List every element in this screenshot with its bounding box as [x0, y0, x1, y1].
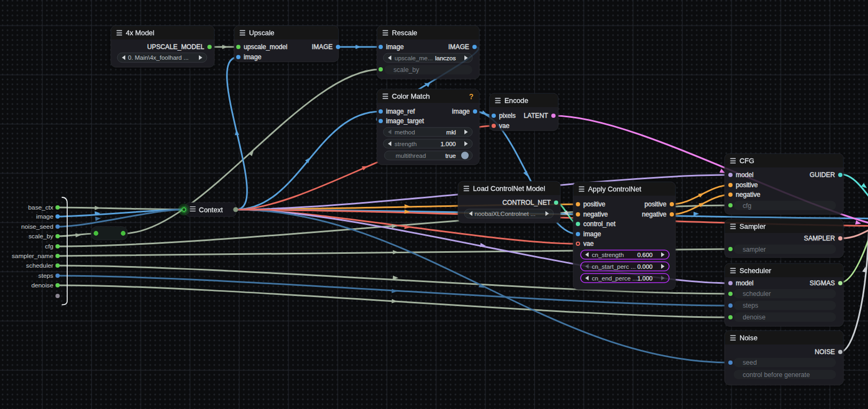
svg-text:GUIDER: GUIDER	[810, 171, 835, 179]
svg-text:LATENT: LATENT	[524, 112, 548, 119]
svg-text:scale_by: scale_by	[393, 66, 420, 74]
svg-text:image: image	[386, 43, 404, 51]
svg-text:pixels: pixels	[499, 112, 516, 119]
svg-text:denoise: denoise	[31, 282, 54, 289]
svg-text:1.000: 1.000	[440, 141, 456, 147]
svg-text:steps: steps	[743, 302, 758, 309]
svg-text:scheduler: scheduler	[26, 262, 53, 269]
svg-text:4x Model: 4x Model	[126, 29, 155, 37]
svg-text:Scheduler: Scheduler	[740, 267, 771, 275]
svg-text:denoise: denoise	[743, 314, 766, 321]
svg-text:positive: positive	[645, 201, 667, 208]
svg-text:image: image	[244, 53, 261, 61]
svg-text:SIGMAS: SIGMAS	[810, 279, 835, 287]
svg-text:image_ref: image_ref	[386, 108, 415, 115]
svg-text:sampler_name: sampler_name	[12, 252, 53, 260]
svg-text:cfg: cfg	[45, 243, 53, 250]
svg-text:control before generate: control before generate	[743, 371, 810, 379]
svg-text:true: true	[445, 153, 456, 159]
svg-text:image_target: image_target	[386, 117, 424, 125]
svg-text:positive: positive	[736, 181, 758, 189]
svg-text:method: method	[395, 129, 415, 135]
svg-text:negative: negative	[642, 211, 666, 218]
svg-text:multithread: multithread	[396, 153, 426, 159]
svg-text:Color Match: Color Match	[392, 92, 430, 100]
svg-text:negative: negative	[736, 191, 760, 198]
svg-text:vae: vae	[583, 240, 594, 247]
svg-text:0. Main\4x_foolhard ...: 0. Main\4x_foolhard ...	[128, 54, 189, 61]
svg-text:sampler: sampler	[743, 246, 766, 253]
svg-text:NOISE: NOISE	[815, 348, 835, 356]
svg-text:Context: Context	[199, 206, 223, 214]
svg-text:UPSCALE_MODEL: UPSCALE_MODEL	[147, 43, 204, 51]
svg-text:seed: seed	[743, 359, 757, 366]
svg-text:Apply ControlNet: Apply ControlNet	[588, 185, 641, 193]
svg-text:noise_seed: noise_seed	[21, 223, 53, 230]
svg-text:image: image	[36, 213, 54, 220]
svg-text:image: image	[452, 108, 470, 115]
svg-text:upscale_model: upscale_model	[244, 43, 287, 51]
svg-text:positive: positive	[583, 201, 606, 208]
svg-text:IMAGE: IMAGE	[448, 43, 469, 51]
svg-text:base_ctx: base_ctx	[28, 204, 53, 211]
svg-text:upscale_me...: upscale_me...	[395, 55, 433, 61]
svg-text:Upscale: Upscale	[249, 29, 275, 37]
svg-text:?: ?	[469, 92, 474, 101]
svg-text:lanczos: lanczos	[435, 55, 456, 61]
svg-text:image: image	[583, 230, 601, 238]
svg-text:Encode: Encode	[504, 97, 528, 105]
svg-text:control_net: control_net	[583, 220, 616, 228]
svg-text:0.000: 0.000	[637, 263, 653, 270]
svg-text:strength: strength	[395, 141, 417, 147]
svg-text:steps: steps	[38, 272, 53, 279]
svg-text:0.600: 0.600	[637, 252, 653, 258]
svg-text:Rescale: Rescale	[392, 29, 417, 37]
svg-text:Load ControlNet Model: Load ControlNet Model	[473, 185, 545, 193]
svg-text:model: model	[736, 279, 753, 287]
svg-text:scale_by: scale_by	[28, 232, 53, 240]
svg-text:CFG: CFG	[740, 157, 754, 165]
svg-text:cn_strength: cn_strength	[592, 252, 624, 258]
svg-text:cfg: cfg	[743, 202, 751, 210]
svg-text:mkl: mkl	[446, 129, 456, 135]
svg-text:cn_end_perce ...: cn_end_perce ...	[592, 275, 638, 282]
svg-text:SAMPLER: SAMPLER	[804, 235, 835, 242]
svg-text:scheduler: scheduler	[743, 290, 771, 298]
svg-text:IMAGE: IMAGE	[312, 43, 333, 51]
svg-text:Noise: Noise	[740, 334, 758, 342]
svg-text:negative: negative	[583, 211, 608, 218]
